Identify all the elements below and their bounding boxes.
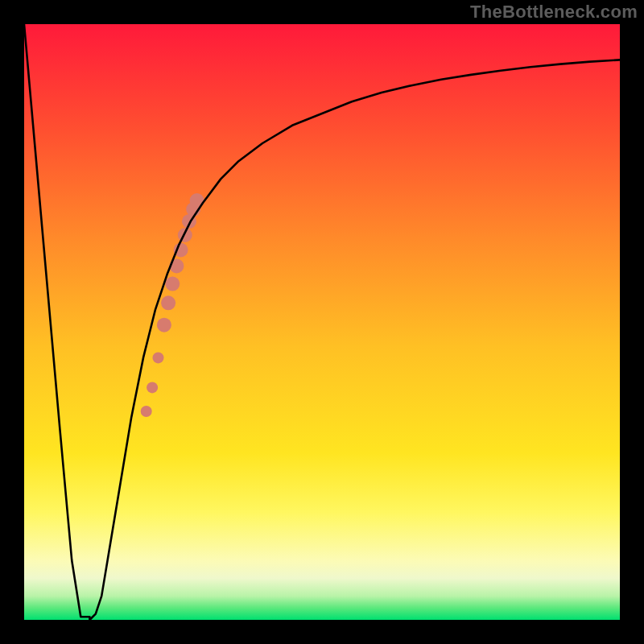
highlight-marker bbox=[157, 318, 171, 332]
chart-plot-area bbox=[24, 24, 620, 620]
chart-frame: TheBottleneck.com bbox=[0, 0, 644, 644]
highlight-marker bbox=[153, 352, 164, 363]
highlight-marker-group bbox=[141, 193, 204, 417]
watermark-text: TheBottleneck.com bbox=[470, 2, 638, 23]
bottleneck-curve-path bbox=[24, 24, 620, 620]
highlight-marker bbox=[161, 295, 175, 310]
highlight-marker bbox=[165, 277, 180, 291]
chart-svg bbox=[24, 24, 620, 620]
highlight-marker bbox=[147, 382, 158, 393]
highlight-marker bbox=[141, 406, 152, 417]
highlight-marker bbox=[178, 228, 192, 242]
